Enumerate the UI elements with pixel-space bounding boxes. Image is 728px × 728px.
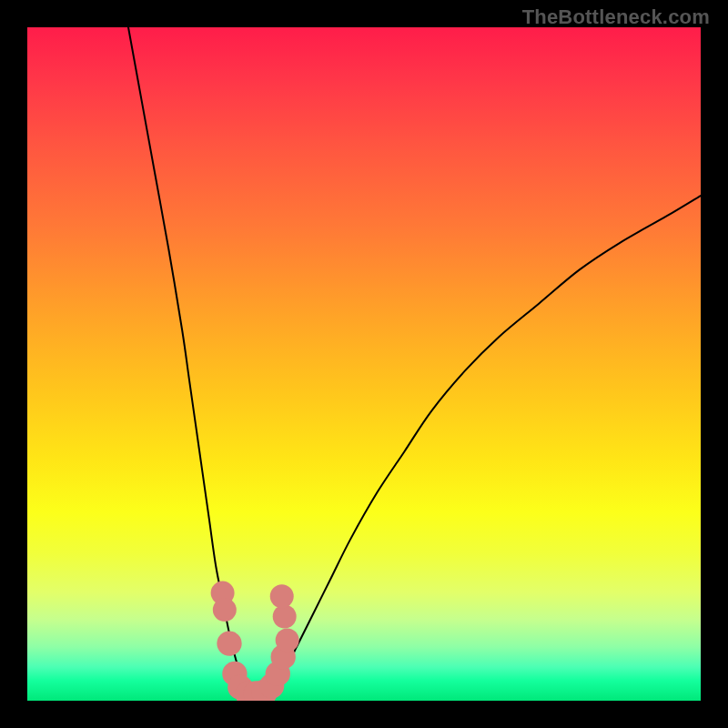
chart-container: TheBottleneck.com xyxy=(0,0,728,728)
trough-marker xyxy=(270,584,294,608)
trough-marker xyxy=(276,628,299,652)
curve-right-branch xyxy=(269,196,701,694)
curve-overlay xyxy=(27,27,701,701)
trough-marker xyxy=(273,605,297,629)
trough-marker xyxy=(217,631,241,655)
trough-marker xyxy=(213,598,237,622)
watermark: TheBottleneck.com xyxy=(522,5,710,29)
